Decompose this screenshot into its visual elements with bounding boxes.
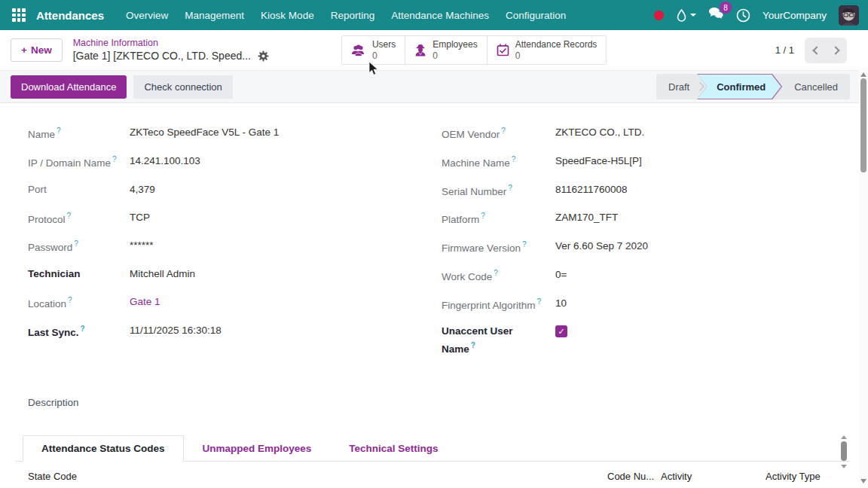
field-platform: Platform? ZAM170_TFT xyxy=(442,210,859,227)
attendance-machine-form-page: Attendances Overview Management Kiosk Mo… xyxy=(0,0,868,488)
users-icon xyxy=(351,44,366,56)
field-unaccent-user-name: Unaccent User Name? ✓ xyxy=(442,324,859,356)
download-attendance-button[interactable]: Download Attendance xyxy=(11,75,127,99)
list-header-row: State Code Code Nu... Activity Activity … xyxy=(15,462,850,488)
tab-technical-settings[interactable]: Technical Settings xyxy=(330,435,457,462)
menu-configuration[interactable]: Configuration xyxy=(497,0,574,30)
help-icon[interactable]: ? xyxy=(512,155,516,163)
inner-scrollbar-thumb[interactable] xyxy=(841,441,847,461)
description-label: Description xyxy=(28,397,859,408)
pager-counter: 1 / 1 xyxy=(775,44,794,56)
form-sheet: Name? ZKTeco SpeedFace V5L - Gate 1 IP /… xyxy=(0,103,868,488)
field-technician: Technician Mitchell Admin xyxy=(28,267,422,283)
apps-grid-icon[interactable] xyxy=(12,8,26,22)
help-icon[interactable]: ? xyxy=(537,297,542,306)
help-icon[interactable]: ? xyxy=(68,296,72,304)
check-connection-button[interactable]: Check connection xyxy=(133,75,232,99)
inner-scrollbar[interactable] xyxy=(841,435,847,468)
field-last-sync: Last Sync.? 11/11/2025 16:30:18 xyxy=(28,323,422,340)
field-name: Name? ZKTeco SpeedFace V5L - Gate 1 xyxy=(28,125,422,142)
messages-menu[interactable]: 8 xyxy=(708,7,724,23)
menu-reporting[interactable]: Reporting xyxy=(322,0,384,30)
location-link[interactable]: Gate 1 xyxy=(130,294,160,310)
company-name[interactable]: YourCompany xyxy=(763,10,827,21)
field-ip-domain: IP / Domain Name? 14.241.100.103 xyxy=(28,154,422,171)
help-icon[interactable]: ? xyxy=(112,155,117,163)
status-cancelled[interactable]: Cancelled xyxy=(782,74,850,99)
field-firmware-version: Firmware Version? Ver 6.60 Sep 7 2020 xyxy=(442,239,859,256)
help-icon[interactable]: ? xyxy=(471,341,475,349)
help-icon[interactable]: ? xyxy=(522,240,527,249)
chevron-down-icon xyxy=(690,14,696,17)
menu-attendance-machines[interactable]: Attendance Machines xyxy=(383,0,497,30)
navbar-systray: 8 YourCompany xyxy=(654,5,859,26)
column-activity[interactable]: Activity xyxy=(661,471,692,482)
inner-scroll-down-icon[interactable] xyxy=(841,465,847,468)
tab-bar: Attendance Status Codes Unmapped Employe… xyxy=(15,435,850,462)
help-icon[interactable]: ? xyxy=(481,212,485,220)
menu-overview[interactable]: Overview xyxy=(118,0,176,30)
breadcrumb: Machine Information [Gate 1] [ZKTECO CO.… xyxy=(73,38,269,63)
activities-clock-icon[interactable] xyxy=(736,8,750,23)
calendar-check-icon xyxy=(497,44,509,56)
status-confirmed-active[interactable]: Confirmed xyxy=(697,74,782,99)
field-protocol: Protocol? TCP xyxy=(28,210,422,227)
form-left-column: Name? ZKTeco SpeedFace V5L - Gate 1 IP /… xyxy=(28,125,422,368)
stat-button-users[interactable]: Users 0 xyxy=(342,36,405,64)
chevron-left-icon xyxy=(812,46,821,54)
help-icon[interactable]: ? xyxy=(67,212,72,220)
app-name[interactable]: Attendances xyxy=(36,9,104,22)
column-state-code[interactable]: State Code xyxy=(28,471,77,482)
pager-next-button[interactable] xyxy=(826,38,847,63)
breadcrumb-parent-link[interactable]: Machine Information xyxy=(73,38,269,50)
new-button[interactable]: + New xyxy=(11,38,63,62)
main-menu: Overview Management Kiosk Mode Reporting… xyxy=(118,0,574,30)
gear-icon[interactable] xyxy=(258,50,269,62)
chevron-right-icon xyxy=(831,46,839,54)
scroll-down-icon[interactable] xyxy=(860,479,866,483)
field-port: Port 4,379 xyxy=(28,182,422,199)
help-icon[interactable]: ? xyxy=(57,127,61,135)
recording-indicator-dot xyxy=(654,11,664,20)
help-icon[interactable]: ? xyxy=(74,239,78,248)
form-right-column: OEM Vendor? ZKTECO CO., LTD. Machine Nam… xyxy=(442,125,859,368)
field-location: Location? Gate 1 xyxy=(28,294,422,312)
notebook: Attendance Status Codes Unmapped Employe… xyxy=(15,435,850,488)
employee-icon xyxy=(414,44,426,56)
menu-kiosk-mode[interactable]: Kiosk Mode xyxy=(252,0,322,30)
column-code-number[interactable]: Code Nu... xyxy=(607,471,654,482)
unaccent-checkbox[interactable]: ✓ xyxy=(555,325,567,337)
tab-attendance-status-codes[interactable]: Attendance Status Codes xyxy=(23,435,184,462)
check-icon: ✓ xyxy=(558,327,564,337)
status-pipeline: Draft Confirmed Cancelled xyxy=(656,74,850,99)
plus-icon: + xyxy=(21,44,27,56)
field-fingerprint-algorithm: Fingerprint Algorithm? 10 xyxy=(442,296,859,313)
droplet-menu[interactable] xyxy=(676,9,696,22)
action-bar: Download Attendance Check connection Dra… xyxy=(0,71,868,103)
field-oem-vendor: OEM Vendor? ZKTECO CO., LTD. xyxy=(442,125,859,142)
field-machine-name: Machine Name? SpeedFace-H5L[P] xyxy=(442,154,859,171)
pager-previous-button[interactable] xyxy=(805,38,826,63)
control-panel: + New Machine Information [Gate 1] [ZKTE… xyxy=(0,30,868,71)
scroll-up-icon[interactable] xyxy=(860,72,866,77)
help-icon[interactable]: ? xyxy=(508,184,512,192)
inner-scroll-up-icon[interactable] xyxy=(841,435,847,439)
field-serial-number: Serial Number? 8116211760008 xyxy=(442,182,859,200)
tab-unmapped-employees[interactable]: Unmapped Employees xyxy=(184,435,331,462)
stat-button-group: Users 0 Employees 0 xyxy=(341,35,607,65)
scrollbar-thumb[interactable] xyxy=(860,78,866,172)
top-navbar: Attendances Overview Management Kiosk Mo… xyxy=(0,0,868,30)
column-activity-type[interactable]: Activity Type xyxy=(766,471,821,482)
user-avatar[interactable] xyxy=(839,5,859,26)
stat-button-attendance-records[interactable]: Attendance Records 0 xyxy=(487,36,607,64)
help-icon[interactable]: ? xyxy=(501,127,506,135)
pager: 1 / 1 xyxy=(775,38,857,63)
status-draft[interactable]: Draft xyxy=(656,74,701,99)
help-icon[interactable]: ? xyxy=(81,325,85,333)
stat-button-employees[interactable]: Employees 0 xyxy=(405,36,487,64)
droplet-icon xyxy=(676,9,687,22)
menu-management[interactable]: Management xyxy=(176,0,252,30)
field-work-code: Work Code? 0= xyxy=(442,267,859,285)
main-scrollbar[interactable] xyxy=(859,68,868,488)
help-icon[interactable]: ? xyxy=(494,269,498,277)
